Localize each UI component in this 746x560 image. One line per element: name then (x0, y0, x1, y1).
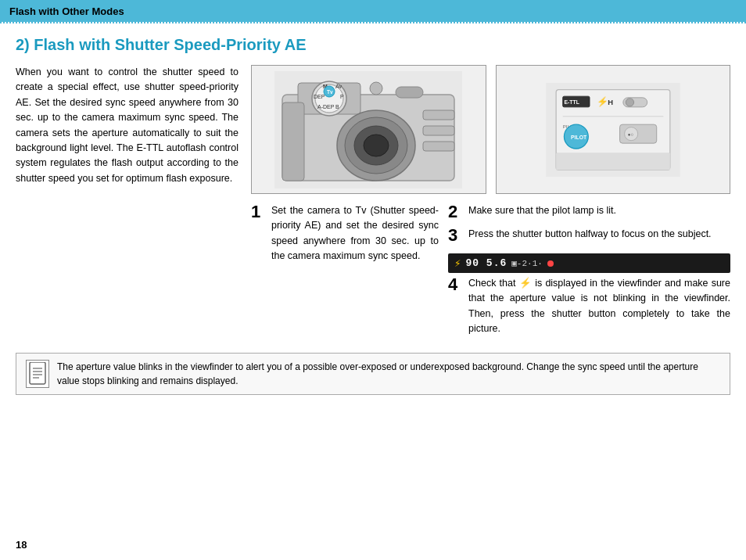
two-col-layout: When you want to control the shutter spe… (16, 65, 730, 343)
step-2-number: 2 (448, 203, 462, 221)
right-column: M Av P B A-DEP DEP Tv (251, 65, 730, 343)
svg-rect-20 (423, 110, 454, 120)
steps-234-area: 2 Make sure that the pilot lamp is lit. … (448, 203, 730, 343)
camera-dial-image: M Av P B A-DEP DEP Tv (251, 65, 486, 194)
svg-point-13 (370, 82, 382, 95)
steps-area: 1 Set the camera to Tv (Shutter speed-pr… (251, 203, 730, 343)
svg-text:A-DEP: A-DEP (317, 104, 335, 109)
header-title: Flash with Other Modes (9, 5, 124, 17)
step-4-text: Check that ⚡ is displayed in the viewfin… (468, 276, 730, 337)
camera-dial-svg: M Av P B A-DEP DEP Tv (274, 71, 462, 188)
svg-text:PILOT: PILOT (571, 135, 587, 140)
svg-text:Tv: Tv (327, 89, 333, 95)
note-document-icon (28, 362, 47, 386)
svg-text:P: P (340, 94, 344, 99)
svg-text:DEP: DEP (314, 94, 325, 99)
page-number: 18 (16, 539, 27, 551)
note-text: The aperture value blinks in the viewfin… (57, 360, 720, 388)
step-3-number: 3 (448, 227, 462, 244)
svg-rect-40 (30, 362, 45, 384)
svg-rect-14 (396, 87, 423, 98)
svg-text:Av: Av (335, 84, 343, 89)
step-3: 3 Press the shutter button halfway to fo… (448, 227, 730, 244)
vf-bars: ▣-2·1· (511, 258, 543, 268)
svg-rect-21 (423, 126, 454, 135)
step-1-text: Set the camera to Tv (Shutter speed-prio… (271, 203, 439, 264)
vf-lightning-icon: ⚡ (454, 257, 461, 270)
step-4: 4 Check that ⚡ is displayed in the viewf… (448, 276, 730, 337)
note-box: The aperture value blinks in the viewfin… (16, 353, 730, 395)
vf-values: 90 5.6 (465, 257, 507, 269)
step-1-area: 1 Set the camera to Tv (Shutter speed-pr… (251, 203, 439, 343)
svg-rect-15 (282, 102, 304, 181)
intro-text: When you want to control the shutter spe… (16, 65, 239, 186)
main-content: 2) Flash with Shutter Speed-Priority AE … (0, 23, 746, 403)
svg-text:H: H (608, 98, 613, 106)
step-1: 1 Set the camera to Tv (Shutter speed-pr… (251, 203, 439, 264)
step-3-text: Press the shutter button halfway to focu… (468, 227, 712, 244)
step-4-number: 4 (448, 276, 462, 337)
svg-rect-39 (556, 153, 670, 170)
flash-panel-image: E-TTL ⚡ H PILOT PILOT (496, 65, 731, 194)
svg-text:E-TTL: E-TTL (564, 99, 579, 105)
note-icon (26, 360, 49, 388)
svg-rect-22 (423, 142, 454, 151)
step-1-number: 1 (251, 203, 265, 264)
section-heading: 2) Flash with Shutter Speed-Priority AE (16, 36, 730, 54)
svg-text:●○: ●○ (628, 131, 634, 136)
viewfinder-display: ⚡ 90 5.6 ▣-2·1· (448, 253, 730, 273)
svg-text:B: B (335, 104, 339, 109)
header-bar: Flash with Other Modes (0, 0, 746, 22)
step-2-text: Make sure that the pilot lamp is lit. (468, 203, 616, 221)
left-column: When you want to control the shutter spe… (16, 65, 239, 343)
flash-panel-svg: E-TTL ⚡ H PILOT PILOT (504, 83, 723, 177)
svg-point-19 (364, 135, 389, 156)
images-row: M Av P B A-DEP DEP Tv (251, 65, 730, 194)
svg-text:⚡: ⚡ (596, 95, 608, 107)
vf-indicator-dot (547, 260, 554, 267)
step-2: 2 Make sure that the pilot lamp is lit. (448, 203, 730, 221)
svg-point-30 (626, 98, 633, 106)
